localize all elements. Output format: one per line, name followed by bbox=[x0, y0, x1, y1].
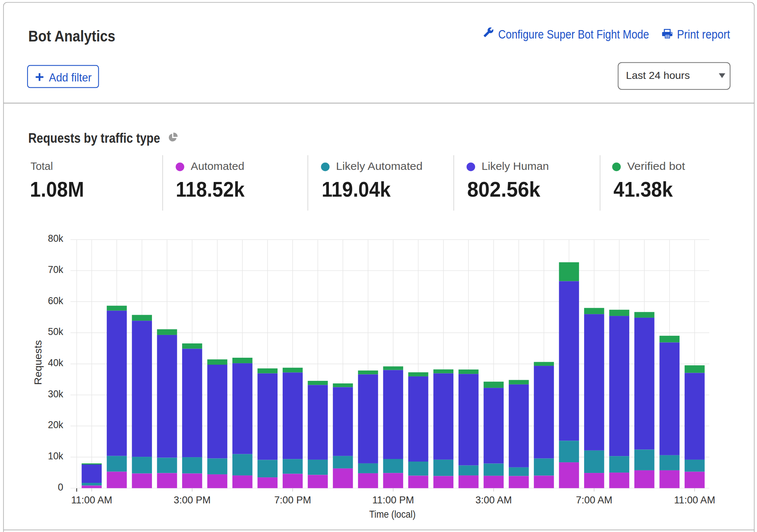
svg-text:Verified bot: Verified bot bbox=[627, 160, 685, 172]
svg-text:40k: 40k bbox=[48, 357, 64, 368]
svg-text:Last 24 hours: Last 24 hours bbox=[626, 69, 690, 81]
svg-text:Likely Human: Likely Human bbox=[482, 160, 549, 172]
svg-text:11:00 AM: 11:00 AM bbox=[674, 495, 715, 506]
svg-text:60k: 60k bbox=[48, 295, 64, 306]
svg-text:802.56k: 802.56k bbox=[467, 177, 540, 201]
svg-text:50k: 50k bbox=[48, 326, 64, 337]
svg-text:3:00 PM: 3:00 PM bbox=[174, 495, 211, 506]
svg-text:Print report: Print report bbox=[677, 28, 730, 41]
svg-text:Add filter: Add filter bbox=[49, 71, 91, 84]
svg-text:Time (local): Time (local) bbox=[369, 509, 416, 520]
svg-text:Likely Automated: Likely Automated bbox=[336, 160, 423, 172]
svg-text:Requests by traffic type: Requests by traffic type bbox=[28, 131, 160, 146]
svg-text:Bot Analytics: Bot Analytics bbox=[28, 27, 115, 45]
svg-text:10k: 10k bbox=[48, 450, 64, 462]
svg-text:119.04k: 119.04k bbox=[322, 177, 391, 201]
svg-text:7:00 PM: 7:00 PM bbox=[274, 495, 311, 506]
svg-text:3:00 AM: 3:00 AM bbox=[475, 495, 512, 506]
svg-text:Requests: Requests bbox=[32, 340, 44, 385]
svg-text:7:00 AM: 7:00 AM bbox=[576, 495, 612, 506]
svg-text:80k: 80k bbox=[48, 233, 64, 244]
svg-text:Configure Super Bot Fight Mode: Configure Super Bot Fight Mode bbox=[498, 28, 649, 41]
svg-text:0: 0 bbox=[58, 481, 64, 493]
svg-text:Automated: Automated bbox=[191, 160, 245, 172]
svg-text:41.38k: 41.38k bbox=[613, 177, 673, 201]
svg-text:70k: 70k bbox=[48, 264, 64, 275]
svg-text:Total: Total bbox=[30, 160, 53, 172]
svg-text:11:00 PM: 11:00 PM bbox=[372, 495, 414, 506]
svg-text:118.52k: 118.52k bbox=[176, 177, 245, 201]
svg-text:11:00 AM: 11:00 AM bbox=[71, 495, 112, 506]
svg-text:20k: 20k bbox=[48, 419, 64, 430]
svg-text:30k: 30k bbox=[48, 388, 64, 400]
svg-text:1.08M: 1.08M bbox=[30, 177, 84, 201]
